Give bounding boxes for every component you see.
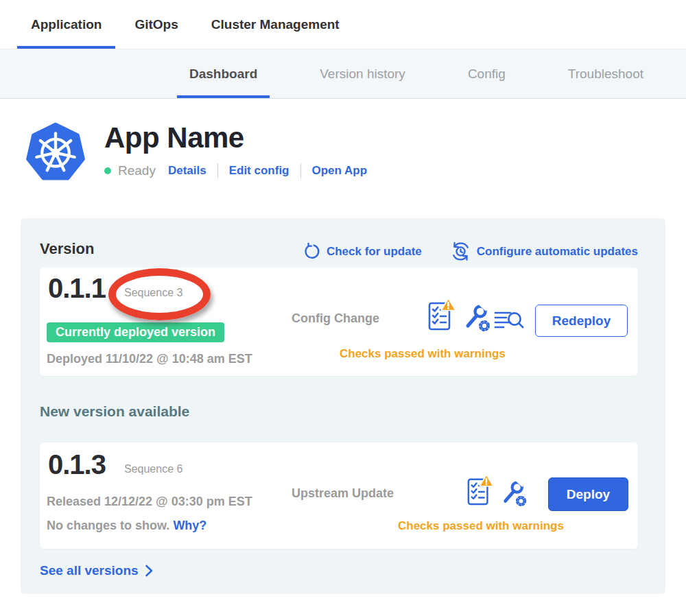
status-badge: Ready	[118, 163, 156, 178]
view-diff-icon[interactable]	[494, 310, 524, 335]
released-timestamp: Released 12/12/22 @ 03:30 pm EST	[47, 495, 252, 509]
tab-version-history[interactable]: Version history	[307, 49, 418, 98]
app-status-row: Ready Details Edit config Open App	[104, 163, 367, 178]
edit-config-wrench-icon[interactable]	[501, 479, 527, 510]
redeploy-button[interactable]: Redeploy	[535, 305, 628, 337]
page-title: App Name	[104, 122, 367, 154]
sub-nav: Dashboard Version history Config Trouble…	[0, 49, 686, 99]
available-checks-status: Checks passed with warnings	[398, 519, 564, 533]
preflight-checks-icon[interactable]	[467, 475, 493, 508]
chevron-right-icon	[145, 565, 153, 577]
preflight-checks-icon[interactable]	[428, 299, 456, 333]
see-all-versions-label: See all versions	[40, 563, 139, 578]
deploy-button[interactable]: Deploy	[548, 477, 628, 511]
deployed-source-label: Config Change	[292, 311, 379, 326]
no-changes-text: No changes to show.	[47, 519, 169, 532]
deployed-version-card: 0.1.1 Sequence 3 Currently deployed vers…	[40, 268, 638, 376]
tab-config[interactable]: Config	[456, 49, 518, 98]
check-for-update-label: Check for update	[327, 245, 422, 259]
available-version-card: 0.1.3 Sequence 6 Released 12/12/22 @ 03:…	[40, 442, 638, 549]
currently-deployed-badge: Currently deployed version	[47, 322, 224, 342]
top-nav: Application GitOps Cluster Management	[0, 0, 686, 49]
tab-config-label: Config	[468, 67, 506, 82]
see-all-versions-link[interactable]: See all versions	[40, 563, 153, 578]
details-link[interactable]: Details	[168, 164, 206, 178]
available-sequence-label: Sequence 6	[124, 463, 182, 475]
admin-console-page: Application GitOps Cluster Management Da…	[0, 0, 686, 616]
deployed-sequence-label: Sequence 3	[124, 287, 182, 299]
edit-config-link[interactable]: Edit config	[229, 164, 289, 178]
tab-gitops-label: GitOps	[134, 17, 178, 32]
tab-troubleshoot-label: Troubleshoot	[568, 67, 643, 82]
app-header-text: App Name Ready Details Edit config Open …	[104, 121, 367, 178]
tab-application-label: Application	[31, 17, 102, 32]
check-for-update-button[interactable]: Check for update	[303, 243, 422, 260]
divider	[217, 163, 218, 178]
version-actions: Check for update Configure automatic upd…	[303, 241, 638, 261]
version-section: Version Check for update Configur	[21, 218, 665, 594]
tab-gitops[interactable]: GitOps	[121, 0, 191, 49]
status-dot-icon	[104, 167, 111, 174]
divider	[300, 163, 301, 178]
tab-troubleshoot[interactable]: Troubleshoot	[556, 49, 656, 98]
app-header: App Name Ready Details Edit config Open …	[26, 121, 367, 182]
auto-update-clock-icon	[451, 241, 471, 261]
open-app-link[interactable]: Open App	[312, 164, 368, 178]
configure-automatic-updates-button[interactable]: Configure automatic updates	[451, 241, 638, 261]
kubernetes-logo-icon	[26, 121, 85, 182]
deployed-version-number: 0.1.1	[48, 273, 106, 304]
edit-config-wrench-icon[interactable]	[463, 303, 490, 335]
why-link[interactable]: Why?	[173, 519, 206, 532]
available-source-label: Upstream Update	[292, 486, 394, 501]
deployed-checks-status: Checks passed with warnings	[340, 347, 506, 361]
refresh-icon	[303, 243, 320, 260]
configure-automatic-updates-label: Configure automatic updates	[477, 245, 638, 259]
tab-dashboard[interactable]: Dashboard	[177, 49, 270, 98]
changes-note: No changes to show. Why?	[47, 519, 206, 533]
tab-version-history-label: Version history	[320, 67, 405, 82]
deployed-timestamp: Deployed 11/10/22 @ 10:48 am EST	[47, 352, 252, 366]
tab-application[interactable]: Application	[17, 0, 115, 49]
available-version-number: 0.1.3	[48, 449, 106, 480]
tab-dashboard-label: Dashboard	[189, 67, 257, 82]
new-version-heading: New version available	[40, 403, 189, 420]
tab-cluster-management[interactable]: Cluster Management	[198, 0, 353, 49]
tab-cluster-management-label: Cluster Management	[211, 17, 340, 32]
version-section-heading: Version	[40, 240, 94, 258]
